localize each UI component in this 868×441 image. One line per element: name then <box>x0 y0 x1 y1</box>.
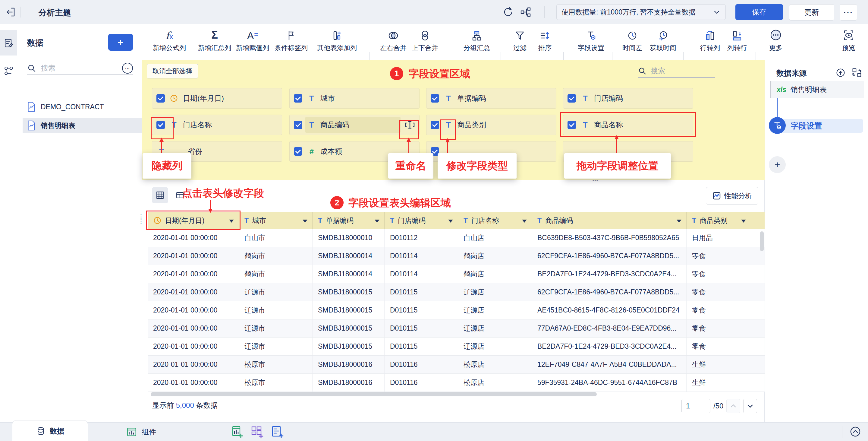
add-chart-icon[interactable] <box>230 425 244 439</box>
table-row-6[interactable]: 2020-01-01 00:00:00辽源市SMDBJ18000015D0101… <box>148 319 765 337</box>
toolbar-item-sigma[interactable]: Σ 新增汇总列 <box>198 24 231 60</box>
collapse-icon[interactable] <box>849 425 861 438</box>
toolbar-item-addcol[interactable]: 其他表添加列 <box>317 24 357 60</box>
column-header-商品编码[interactable]: T商品编码 <box>532 212 687 229</box>
number-type-icon[interactable]: # <box>307 147 316 156</box>
column-dropdown-icon[interactable] <box>375 219 379 223</box>
vertical-scrollbar[interactable] <box>760 231 764 251</box>
column-dropdown-icon[interactable] <box>522 219 527 223</box>
text-type-icon[interactable]: T <box>444 121 453 129</box>
toolbar-item-clock[interactable]: 时间差 <box>622 24 642 60</box>
field-checkbox[interactable] <box>294 121 302 129</box>
rail-analysis-icon[interactable] <box>0 30 17 56</box>
back-icon[interactable] <box>5 6 17 18</box>
table-row-3[interactable]: 2020-01-01 00:00:00鹤岗市SMDBJ18000014D0101… <box>148 265 765 283</box>
table-row-8[interactable]: 2020-01-01 00:00:00松原市SMDBJ18000016D0101… <box>148 356 765 374</box>
dataset-item-2[interactable]: 销售明细表 <box>23 118 142 133</box>
field-chip-covered-2-2[interactable] <box>426 141 556 162</box>
refresh-icon[interactable] <box>502 6 514 18</box>
field-search-input[interactable]: 搜索 <box>638 64 715 78</box>
page-up-button[interactable] <box>726 399 740 413</box>
table-row-4[interactable]: 2020-01-01 00:00:00辽源市SMDBJ18000015D0101… <box>148 283 765 301</box>
tab-data[interactable]: 数据 <box>12 420 88 441</box>
field-checkbox[interactable] <box>431 94 439 102</box>
data-limit-dropdown[interactable]: 使用数据量: 前1000万行, 暂不支持全量数据 <box>556 4 726 20</box>
rename-icon[interactable] <box>404 119 415 130</box>
column-header-商品类别[interactable]: T商品类别 <box>687 212 751 229</box>
text-type-icon[interactable]: T <box>581 121 590 129</box>
field-checkbox[interactable] <box>294 147 302 156</box>
column-dropdown-icon[interactable] <box>741 219 746 223</box>
toolbar-item-more[interactable]: 更多 <box>769 24 782 60</box>
add-report-icon[interactable] <box>270 425 284 439</box>
toolbar-item-fx[interactable]: fx 新增公式列 <box>153 24 186 60</box>
field-chip-门店编码[interactable]: T门店编码 <box>563 88 693 109</box>
toolbar-item-fieldset[interactable]: 字段设置 <box>578 24 604 60</box>
field-chip-商品名称[interactable]: T商品名称 <box>563 115 693 135</box>
field-checkbox[interactable] <box>431 121 439 129</box>
field-checkbox[interactable] <box>431 147 439 156</box>
column-dropdown-icon[interactable] <box>229 219 234 223</box>
column-header-日期(年月日)[interactable]: 日期(年月日) <box>148 212 239 229</box>
lineage-icon[interactable] <box>520 6 532 18</box>
table-row-7[interactable]: 2020-01-01 00:00:00辽源市SMDBJ18000015D0101… <box>148 337 765 356</box>
datasource-node[interactable]: xls 销售明细表 <box>770 81 864 98</box>
splitter-handle[interactable]: ⋮⋮ <box>138 215 141 223</box>
field-checkbox[interactable] <box>567 121 576 129</box>
rail-lineage-icon[interactable] <box>0 58 17 83</box>
save-button[interactable]: 保存 <box>735 4 783 20</box>
field-chip-成本额[interactable]: #成本额 <box>289 141 420 162</box>
tab-widget[interactable]: 组件 <box>126 422 156 441</box>
table-row-9[interactable]: 2020-01-01 00:00:00松原市SMDBJ18000016D0101… <box>148 374 765 392</box>
column-header-门店编码[interactable]: T门店编码 <box>384 212 458 229</box>
column-dropdown-icon[interactable] <box>677 219 681 223</box>
table-row-1[interactable]: 2020-01-01 00:00:00白山市SMDBJ18000010D0101… <box>148 229 765 247</box>
switch-view-icon[interactable] <box>851 67 863 79</box>
update-button[interactable]: 更新 <box>789 4 834 21</box>
field-settings-step-icon[interactable] <box>769 117 786 134</box>
add-dataset-button[interactable]: + <box>108 34 133 51</box>
field-chip-商品编码[interactable]: T商品编码 <box>289 115 420 135</box>
search-options-icon[interactable]: ... <box>122 63 133 74</box>
dataset-item-1[interactable]: DEMO_CONTRACT <box>23 99 142 114</box>
field-checkbox[interactable] <box>567 94 576 102</box>
text-type-icon[interactable]: T <box>307 94 316 103</box>
toolbar-item-pivotcol[interactable]: 列转行 <box>727 24 747 60</box>
deselect-all-button[interactable]: 取消全部选择 <box>147 64 198 79</box>
toolbar-item-mergetb[interactable]: 上下合并 <box>412 24 438 60</box>
page-down-button[interactable] <box>743 399 757 413</box>
toolbar-item-gettime[interactable]: 获取时间 <box>650 24 676 60</box>
text-type-icon[interactable]: T <box>307 121 316 129</box>
text-type-icon[interactable]: T <box>157 147 166 156</box>
table-row-5[interactable]: 2020-01-01 00:00:00辽源市SMDBJ18000015D0101… <box>148 301 765 319</box>
column-header-城市[interactable]: T城市 <box>239 212 313 229</box>
performance-analysis-button[interactable]: 性能分析 <box>706 187 758 205</box>
table-view-toggle[interactable] <box>172 187 188 203</box>
field-chip-商品类别[interactable]: T商品类别 <box>426 115 556 135</box>
column-dropdown-icon[interactable] <box>448 219 453 223</box>
text-type-icon[interactable]: T <box>444 94 453 103</box>
field-checkbox[interactable] <box>156 94 165 102</box>
toolbar-item-flag[interactable]: 条件标签列 <box>275 24 308 60</box>
grid-view-toggle[interactable] <box>152 187 168 203</box>
toolbar-item-group[interactable]: 分组汇总 <box>464 24 490 60</box>
toolbar-item-assign[interactable]: A= 新增赋值列 <box>236 24 269 60</box>
toolbar-item-filter[interactable]: 过滤 <box>513 24 527 60</box>
toolbar-item-sort[interactable]: 排序 <box>538 24 552 60</box>
dataset-search-input[interactable]: 搜索 <box>27 62 133 75</box>
field-chip-covered-2-3[interactable] <box>563 141 693 162</box>
field-checkbox[interactable] <box>294 94 302 102</box>
more-menu-button[interactable]: ··· <box>840 4 857 21</box>
add-dashboard-icon[interactable] <box>250 425 264 439</box>
field-chip-单据编码[interactable]: T单据编码 <box>426 88 556 109</box>
field-chip-日期(年月日)[interactable]: 日期(年月日) <box>152 88 282 109</box>
table-row-2[interactable]: 2020-01-01 00:00:00鹤岗市SMDBJ18000014D0101… <box>148 247 765 265</box>
toolbar-item-pivotrow[interactable]: 行转列 <box>700 24 720 60</box>
toolbar-item-mergelr[interactable]: 左右合并 <box>380 24 407 60</box>
text-type-icon[interactable]: T <box>581 94 590 103</box>
field-chip-城市[interactable]: T城市 <box>289 88 420 109</box>
toolbar-item-preview[interactable]: 预览 <box>842 24 855 60</box>
field-checkbox[interactable] <box>156 121 165 129</box>
text-type-icon[interactable]: T <box>170 121 179 129</box>
page-number-input[interactable] <box>681 399 710 413</box>
